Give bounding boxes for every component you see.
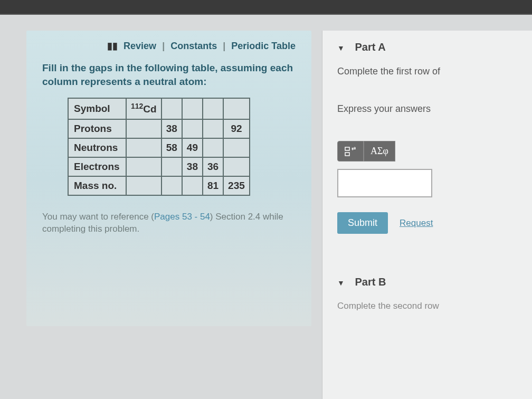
formula-toolbar: ⇄ ΑΣφ [337,141,532,162]
pages-link[interactable]: Pages 53 - 54 [154,212,210,222]
cell [223,157,250,176]
submit-row: Submit Request [337,212,532,234]
instruction-text: Fill in the gaps in the following table,… [42,61,296,88]
row-label: Mass no. [68,176,126,195]
answer-input[interactable] [337,169,432,197]
template-button[interactable]: ⇄ [337,141,364,162]
part-b-header[interactable]: ▼ Part B [337,276,532,288]
cell [203,98,223,119]
top-bar [0,0,532,15]
cell [203,119,223,138]
cell [126,157,162,176]
answer-panel: ▼ Part A Complete the first row of Expre… [322,31,532,399]
cell [182,176,203,195]
cell: 49 [182,138,203,157]
cell [223,98,250,119]
cell: 81 [203,176,223,195]
express-text: Express your answers [337,103,532,115]
separator: | [223,41,225,51]
cell: 38 [162,119,182,138]
table-row: Symbol 112Cd [68,98,250,119]
fraction-icon: ⇄ [344,146,357,157]
cell: 112Cd [126,98,162,119]
constants-link[interactable]: Constants [170,41,217,51]
flag-icon: ▮▮ [107,41,118,51]
cell [182,119,203,138]
cell [162,157,182,176]
review-links-row: ▮▮ Review | Constants | Periodic Table [42,40,296,52]
atom-table: Symbol 112Cd Protons 38 92 Neutrons 58 4… [68,98,250,195]
row-label: Neutrons [68,138,126,157]
part-a-subtitle: Complete the first row of [337,66,532,77]
cell: 36 [203,157,223,176]
part-b-title: Part B [355,276,386,288]
submit-button[interactable]: Submit [337,212,388,234]
svg-rect-0 [345,147,349,150]
cell: 235 [223,176,250,195]
cell: 58 [162,138,182,157]
part-a-title: Part A [355,41,385,53]
cell: 38 [182,157,203,176]
row-label: Electrons [68,157,126,176]
table-row: Mass no. 81 235 [68,176,250,195]
cell [162,176,182,195]
chevron-down-icon: ▼ [337,44,345,52]
part-a-header[interactable]: ▼ Part A [337,41,532,53]
cell [126,138,162,157]
row-label: Protons [68,119,126,138]
part-b-subtitle: Complete the second row [337,301,532,311]
cell [203,138,223,157]
problem-panel: ▮▮ Review | Constants | Periodic Table F… [26,31,311,326]
svg-rect-2 [345,153,349,156]
cell [126,176,162,195]
cell [223,138,250,157]
request-answer-link[interactable]: Request [400,218,433,229]
row-label: Symbol [68,98,126,119]
svg-text:⇄: ⇄ [352,146,356,151]
symbols-button[interactable]: ΑΣφ [364,141,395,162]
table-row: Electrons 38 36 [68,157,250,176]
table-row: Neutrons 58 49 [68,138,250,157]
review-link[interactable]: Review [124,41,156,51]
cell: 92 [223,119,250,138]
reference-text: You may want to reference (Pages 53 - 54… [42,211,296,236]
cell [162,98,182,119]
periodic-table-link[interactable]: Periodic Table [231,41,296,51]
cell [182,98,203,119]
chevron-down-icon: ▼ [337,279,345,287]
main-container: ▮▮ Review | Constants | Periodic Table F… [0,15,532,399]
cell [126,119,162,138]
table-row: Protons 38 92 [68,119,250,138]
separator: | [162,41,165,51]
